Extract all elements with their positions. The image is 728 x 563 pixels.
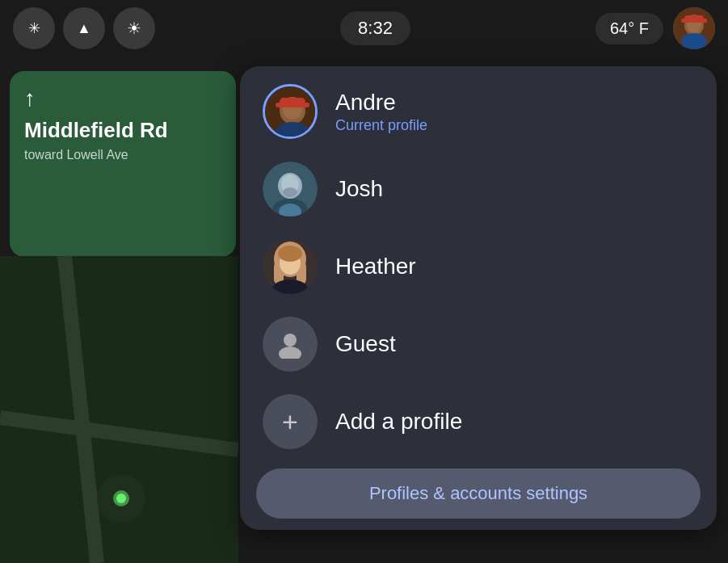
nav-subtitle: toward Lowell Ave xyxy=(24,148,221,162)
plus-icon: + xyxy=(282,408,298,435)
profile-name-add: Add a profile xyxy=(335,409,462,435)
profile-name-guest: Guest xyxy=(335,331,396,357)
profile-info-guest: Guest xyxy=(335,331,396,357)
profile-item-josh[interactable]: Josh xyxy=(240,150,717,228)
svg-point-29 xyxy=(278,246,302,262)
bluetooth-button[interactable]: ✳ xyxy=(13,7,55,49)
brightness-icon: ☀ xyxy=(127,19,141,38)
profile-name-heather: Heather xyxy=(335,254,416,279)
avatar-heather xyxy=(263,239,318,294)
profile-item-heather[interactable]: Heather xyxy=(240,228,717,305)
svg-rect-4 xyxy=(681,19,707,23)
profile-info-add: Add a profile xyxy=(335,409,462,435)
status-right: 64° F xyxy=(595,7,715,49)
profile-info-andre: Andre Current profile xyxy=(335,90,427,134)
current-user-avatar[interactable] xyxy=(673,7,715,49)
svg-point-31 xyxy=(284,334,297,347)
person-icon xyxy=(276,330,305,359)
status-bar: ✳ ▲ ☀ 8:32 64° F xyxy=(0,0,728,57)
profile-item-add[interactable]: + Add a profile xyxy=(240,383,717,460)
svg-point-32 xyxy=(279,347,301,359)
nav-card: ↑ Middlefield Rd toward Lowell Ave xyxy=(10,71,236,257)
nav-arrow-icon: ↑ xyxy=(24,86,221,111)
avatar-andre xyxy=(263,84,318,139)
signal-button[interactable]: ▲ xyxy=(63,7,105,49)
avatar-add: + xyxy=(263,394,318,449)
status-icons: ✳ ▲ ☀ xyxy=(13,7,155,49)
svg-rect-16 xyxy=(276,103,309,107)
brightness-button[interactable]: ☀ xyxy=(113,7,155,49)
nav-street: Middlefield Rd xyxy=(24,118,221,143)
svg-point-21 xyxy=(283,187,297,197)
svg-point-11 xyxy=(116,494,126,503)
profile-item-guest[interactable]: Guest xyxy=(240,305,717,383)
profiles-settings-button[interactable]: Profiles & accounts settings xyxy=(256,468,701,519)
bluetooth-icon: ✳ xyxy=(28,19,40,37)
profile-name-andre: Andre xyxy=(335,90,427,116)
time-area: 8:32 xyxy=(155,11,595,45)
profile-panel: Andre Current profile Josh xyxy=(240,66,717,530)
profile-name-josh: Josh xyxy=(335,176,383,202)
temperature-display: 64° F xyxy=(595,13,663,44)
avatar-josh xyxy=(263,162,318,216)
time-display: 8:32 xyxy=(340,11,410,45)
profile-info-heather: Heather xyxy=(335,254,416,279)
signal-icon: ▲ xyxy=(77,20,91,37)
profile-item-andre[interactable]: Andre Current profile xyxy=(240,73,717,150)
profile-subtitle-andre: Current profile xyxy=(335,117,427,134)
profile-info-josh: Josh xyxy=(335,176,383,202)
avatar-guest xyxy=(263,317,318,372)
svg-point-5 xyxy=(681,33,707,49)
map-background xyxy=(0,256,238,563)
